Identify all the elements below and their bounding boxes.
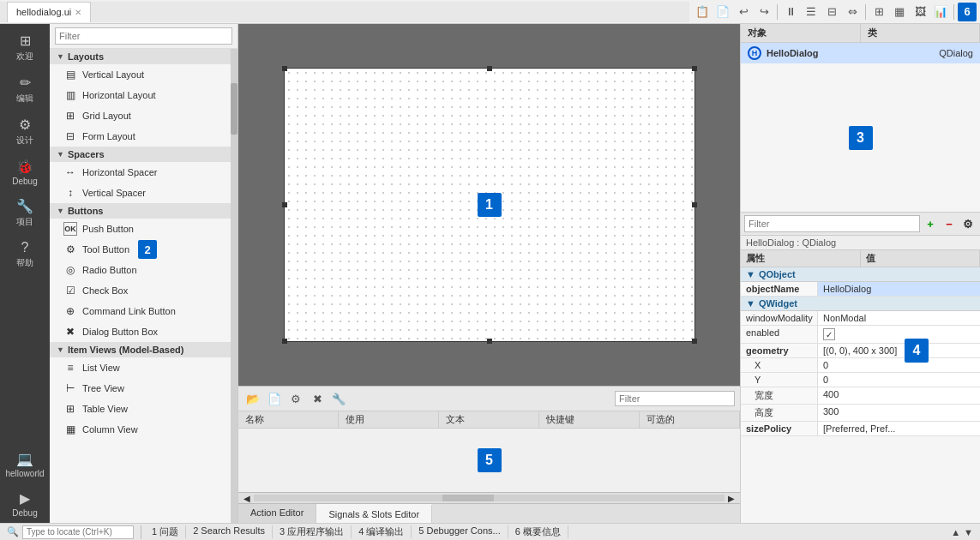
widget-table-view[interactable]: ⊞ Table View (50, 399, 231, 419)
prop-category-qwidget[interactable]: ▼ QWidget (741, 297, 980, 311)
prop-value-x[interactable]: 0 (818, 358, 980, 372)
status-tab-debugger[interactable]: 5 Debugger Cons... (412, 525, 508, 538)
tab-signals-slots[interactable]: Signals & Slots Editor (316, 504, 432, 523)
status-arrow-up-icon[interactable]: ▲ (951, 527, 960, 537)
toolbar-pause-icon[interactable]: ⏸ (781, 3, 800, 21)
action-filter-input[interactable] (615, 391, 735, 406)
status-tab-summary[interactable]: 6 概要信息 (508, 525, 568, 538)
close-tab-icon[interactable]: ✕ (75, 8, 81, 17)
widget-column-view[interactable]: ▦ Column View (50, 419, 231, 440)
sidebar-item-project[interactable]: 🔧 项目 (3, 193, 46, 233)
toolbar-graph-icon[interactable]: 📊 (931, 3, 950, 21)
prop-filter-input[interactable] (744, 215, 920, 232)
enabled-checkbox[interactable] (823, 328, 835, 340)
widget-filter-input[interactable] (55, 27, 232, 45)
table-view-icon: ⊞ (63, 402, 77, 416)
widget-horizontal-layout[interactable]: ▥ Horizontal Layout (50, 85, 231, 105)
category-spacers[interactable]: ▼ Spacers (50, 147, 231, 162)
prop-value-width[interactable]: 400 (818, 387, 980, 404)
prop-settings-button[interactable]: ⚙ (959, 215, 977, 232)
widget-list-scrollbar[interactable] (231, 49, 237, 523)
sidebar-label-project: 项目 (16, 216, 33, 228)
widget-tool-button[interactable]: ⚙ Tool Button 2 (50, 239, 231, 260)
prop-name-y: Y (741, 373, 818, 387)
design-canvas[interactable]: 1 (284, 68, 695, 342)
file-tab[interactable]: hellodialog.ui ✕ (7, 2, 91, 22)
canvas-handle-mr[interactable] (692, 202, 697, 207)
object-row[interactable]: H HelloDialog QDialog (741, 43, 980, 63)
sidebar-item-design[interactable]: ⚙ 设计 (3, 111, 46, 152)
status-arrow-down-icon[interactable]: ▼ (964, 527, 973, 537)
sidebar-item-welcome[interactable]: ⊞ 欢迎 (3, 27, 46, 68)
widget-radio-button[interactable]: ◎ Radio Button (50, 260, 231, 280)
prop-value-geometry[interactable]: [(0, 0), 400 x 300] (818, 344, 980, 357)
status-tab-appoutput[interactable]: 3 应用程序输出 (273, 525, 352, 538)
widget-dialog-button[interactable]: ✖ Dialog Button Box (50, 321, 231, 342)
toolbar-arrows-icon[interactable]: ⇔ (843, 3, 862, 21)
hscroll-left-icon[interactable]: ◀ (242, 493, 252, 503)
prop-value-sizepolicy[interactable]: [Preferred, Pref... (818, 422, 980, 435)
prop-value-objectname[interactable]: HelloDialog (818, 282, 980, 296)
toolbar-list-icon[interactable]: ☰ (802, 3, 821, 21)
spacers-arrow-icon: ▼ (57, 150, 64, 159)
prop-row-x: X 0 (741, 358, 980, 373)
prop-add-button[interactable]: + (922, 215, 939, 232)
hscroll-right-icon[interactable]: ▶ (726, 493, 737, 503)
canvas-handle-tr[interactable] (692, 66, 697, 71)
widget-v-spacer[interactable]: ↕ Vertical Spacer (50, 183, 231, 203)
category-buttons[interactable]: ▼ Buttons (50, 203, 231, 219)
toolbar-grid1-icon[interactable]: ⊞ (869, 3, 888, 21)
action-wrench-icon[interactable]: 🔧 (329, 389, 348, 408)
sidebar-item-help[interactable]: ? 帮助 (3, 235, 46, 274)
category-layouts[interactable]: ▼ Layouts (50, 49, 231, 64)
sidebar-item-debug[interactable]: 🐞 Debug (3, 153, 46, 191)
toolbar-copy-icon[interactable]: 📋 (693, 3, 712, 21)
widget-h-spacer[interactable]: ↔ Horizontal Spacer (50, 162, 231, 183)
canvas-handle-ml[interactable] (282, 202, 287, 207)
push-button-icon: OK (63, 222, 77, 236)
toolbar-paste-icon[interactable]: 📄 (713, 3, 732, 21)
status-tab-compile[interactable]: 4 编译输出 (352, 525, 412, 538)
prop-category-qobject[interactable]: ▼ QObject (741, 267, 980, 282)
category-item-views[interactable]: ▼ Item Views (Model-Based) (50, 342, 231, 357)
canvas-handle-tl[interactable] (282, 66, 287, 71)
prop-value-y[interactable]: 0 (818, 373, 980, 387)
sidebar-item-helloworld[interactable]: 💻 helloworld (3, 446, 46, 483)
prop-remove-button[interactable]: − (941, 215, 958, 232)
toolbar-split-icon[interactable]: ⊟ (822, 3, 841, 21)
widget-check-box[interactable]: ☑ Check Box (50, 280, 231, 301)
canvas-handle-bl[interactable] (282, 339, 287, 344)
prop-value-height[interactable]: 300 (818, 405, 980, 421)
file-tab-label: hellodialog.ui (16, 7, 71, 17)
prop-name-width: 宽度 (741, 387, 818, 404)
toolbar-grid2-icon[interactable]: ▦ (890, 3, 909, 21)
status-search-input[interactable] (22, 525, 134, 539)
status-tab-search[interactable]: 2 Search Results (186, 525, 273, 538)
toolbar-redo-icon[interactable]: ↪ (755, 3, 773, 21)
status-tab-issues[interactable]: 1 问题 (145, 525, 186, 538)
item-views-arrow-icon: ▼ (57, 345, 64, 354)
prop-value-windowmodality[interactable]: NonModal (818, 311, 980, 325)
tab-action-editor[interactable]: Action Editor (238, 504, 316, 523)
sidebar-label-welcome: 欢迎 (16, 51, 33, 63)
sidebar-item-debug2[interactable]: ▶ Debug (3, 485, 46, 523)
action-delete-icon[interactable]: ✖ (308, 389, 327, 408)
action-open-icon[interactable]: 📂 (243, 389, 262, 408)
prop-row-enabled: enabled (741, 326, 980, 344)
widget-grid-layout[interactable]: ⊞ Grid Layout (50, 105, 231, 126)
toolbar-image-icon[interactable]: 🖼 (911, 3, 929, 21)
action-new-icon[interactable]: 📄 (265, 389, 284, 408)
widget-list-view[interactable]: ≡ List View (50, 357, 231, 378)
canvas-handle-br[interactable] (692, 339, 697, 344)
widget-command-link[interactable]: ⊕ Command Link Button (50, 301, 231, 321)
object-inspector-header: 对象 类 (741, 24, 980, 43)
action-gear-icon[interactable]: ⚙ (286, 389, 305, 408)
widget-vertical-layout[interactable]: ▤ Vertical Layout (50, 64, 231, 85)
toolbar-undo-icon[interactable]: ↩ (734, 3, 753, 21)
canvas-handle-tm[interactable] (487, 66, 492, 71)
widget-push-button[interactable]: OK Push Button (50, 219, 231, 239)
widget-tree-view[interactable]: ⊢ Tree View (50, 378, 231, 399)
widget-form-layout[interactable]: ⊟ Form Layout (50, 126, 231, 147)
sidebar-item-edit[interactable]: ✏ 编辑 (3, 69, 46, 110)
canvas-handle-bm[interactable] (487, 339, 492, 344)
